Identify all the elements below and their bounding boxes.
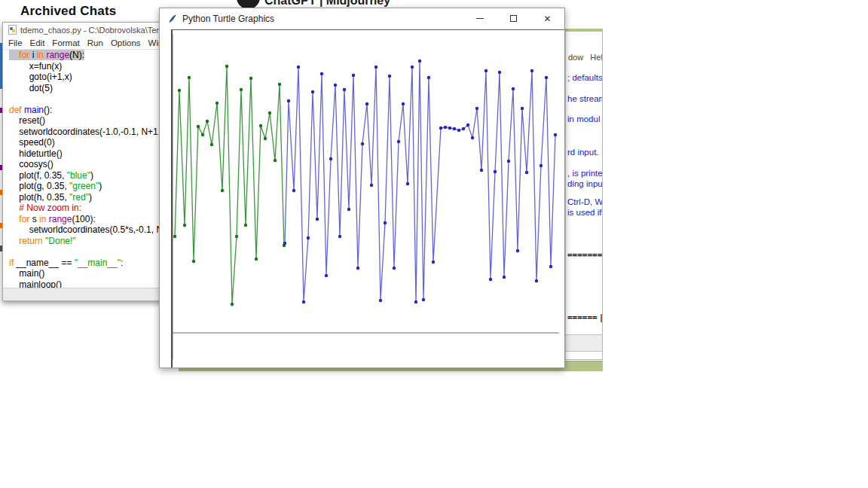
code-token: "blue": [67, 170, 90, 181]
data-point: [221, 189, 224, 192]
data-point: [494, 170, 497, 173]
shell-text-fragment: Ctrl-D, W: [567, 197, 603, 206]
text-cursor: [601, 314, 602, 322]
data-point: [484, 69, 487, 72]
code-token: # Now zoom in:: [9, 203, 81, 213]
tk-feather-icon: [167, 14, 178, 24]
data-point: [498, 71, 501, 74]
data-point: [325, 274, 328, 277]
data-point: [411, 66, 414, 69]
code-token: speed(0): [9, 137, 55, 148]
turtle-canvas[interactable]: [160, 29, 564, 368]
shell-text-fragment: =======: [567, 250, 602, 260]
code-token: x=fun(x): [9, 61, 62, 72]
code-token: setworldcoordinates(0.5*s,-0.1, N: [9, 224, 163, 235]
data-point: [268, 111, 271, 114]
menu-options[interactable]: Options: [111, 38, 141, 47]
code-token: [9, 214, 19, 224]
data-point: [240, 88, 243, 91]
data-point: [356, 267, 359, 270]
code-token: (N):: [69, 50, 84, 60]
data-point: [512, 87, 515, 90]
data-point: [347, 208, 350, 211]
code-token: plot(h, 0.35,: [9, 192, 69, 203]
code-token: in: [39, 214, 46, 224]
data-point: [388, 75, 391, 78]
data-point: [302, 300, 305, 303]
data-point: [338, 235, 341, 238]
plot-line-blue: [285, 61, 555, 302]
data-point: [287, 99, 290, 102]
data-point: [210, 143, 213, 146]
data-point: [365, 102, 368, 105]
data-point: [255, 258, 258, 261]
menu-edit[interactable]: Edit: [30, 38, 45, 47]
shell-text-fragment: rd input.: [567, 148, 599, 157]
data-point: [535, 279, 538, 282]
page-title: Archived Chats: [20, 4, 117, 19]
data-point: [422, 298, 425, 301]
data-point: [414, 300, 417, 303]
code-token: ): [89, 192, 92, 203]
code-token: main: [24, 105, 44, 115]
turtle-window-title: Python Turtle Graphics: [182, 14, 274, 24]
shell-scrollbar[interactable]: [566, 334, 602, 352]
turtle-titlebar[interactable]: Python Turtle Graphics ✕: [160, 8, 564, 29]
maximize-button[interactable]: [497, 8, 530, 29]
data-point: [297, 66, 300, 69]
data-point: [311, 90, 314, 93]
data-point: [516, 249, 519, 252]
code-token: ():: [44, 105, 52, 115]
code-token: __name__ ==: [14, 258, 75, 268]
python-file-icon: [8, 25, 17, 35]
data-point: [475, 107, 478, 110]
code-token: :: [121, 258, 123, 268]
menu-file[interactable]: File: [8, 38, 23, 47]
data-point: [480, 169, 483, 172]
code-token: for: [19, 214, 29, 224]
data-point: [418, 59, 421, 63]
shell-text-fragment: he stream: [567, 94, 603, 103]
shell-text-fragment: , is printe: [567, 169, 603, 178]
data-point: [244, 224, 247, 227]
data-point: [370, 184, 373, 187]
chat-item-label: ChatGPT | Midjourney: [264, 0, 408, 8]
data-point: [554, 133, 557, 136]
data-point: [201, 133, 204, 136]
data-point: [379, 299, 382, 302]
code-token: s: [29, 214, 39, 224]
code-token: i: [29, 50, 36, 60]
minimize-button[interactable]: [463, 8, 497, 29]
shell-menubar[interactable]: dow Help: [568, 53, 603, 62]
data-point: [448, 127, 451, 130]
shell-text-fragment: ======: [567, 313, 602, 322]
data-point: [320, 72, 323, 75]
data-point: [393, 267, 396, 270]
code-token: in: [37, 50, 44, 60]
code-token: for: [19, 50, 29, 60]
data-point: [466, 124, 469, 127]
code-token: reset(): [9, 115, 45, 126]
menu-run[interactable]: Run: [87, 38, 103, 47]
data-point: [173, 235, 176, 238]
plot-line-green: [175, 66, 284, 304]
code-token: (100):: [72, 214, 95, 224]
code-token: main(): [9, 268, 44, 279]
code-token: "__main__": [75, 258, 121, 268]
minimize-icon: [476, 18, 484, 19]
data-point: [334, 84, 337, 87]
data-point: [231, 303, 234, 306]
turtle-graphics-window: Python Turtle Graphics ✕: [159, 8, 565, 368]
close-button[interactable]: ✕: [530, 8, 564, 29]
menu-format[interactable]: Format: [52, 38, 79, 47]
code-token: plot(g, 0.35,: [9, 181, 69, 191]
data-point: [530, 69, 533, 72]
code-token: "red": [69, 192, 89, 203]
data-point: [316, 218, 319, 221]
data-point: [427, 76, 430, 79]
data-point: [439, 127, 442, 130]
code-token: plot(f, 0.35,: [9, 170, 67, 181]
turtle-client-area: [160, 29, 564, 368]
data-point: [539, 164, 542, 167]
data-point: [549, 265, 552, 268]
